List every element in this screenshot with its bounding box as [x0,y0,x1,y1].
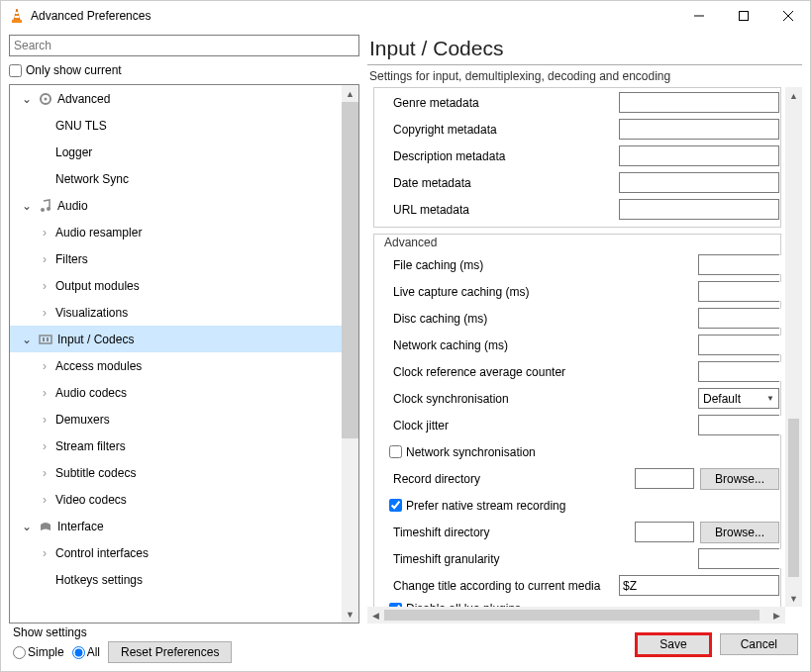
scroll-down-icon[interactable]: ▼ [785,590,802,607]
scroll-up-icon[interactable]: ▲ [342,85,358,102]
all-radio[interactable]: All [72,645,100,659]
scroll-thumb[interactable] [384,610,760,621]
timeshift-dir-input[interactable] [635,522,694,542]
scroll-thumb[interactable] [788,419,799,577]
timeshift-gran-label: Timeshift granularity [375,552,698,566]
date-input[interactable] [619,172,779,193]
tree-resampler[interactable]: ›Audio resampler [10,219,358,245]
chevron-down-icon: ⌄ [20,199,34,213]
tree-logger[interactable]: Logger [10,139,358,165]
interface-icon [38,519,53,534]
vlc-icon [9,8,25,24]
reset-button[interactable]: Reset Preferences [108,641,232,663]
tree-input-codecs[interactable]: ⌄Input / Codecs [10,326,358,352]
tree-demux[interactable]: ›Demuxers [10,406,358,432]
tree-audcodecs[interactable]: ›Audio codecs [10,379,358,406]
tree-filters[interactable]: ›Filters [10,245,358,272]
content-h-scrollbar[interactable]: ◀▶ [367,607,785,624]
svg-rect-5 [739,12,748,21]
record-dir-input[interactable] [635,468,694,489]
tree-advanced[interactable]: ⌄Advanced [10,85,358,112]
chevron-right-icon: › [38,359,51,373]
right-pane: Input / Codecs Settings for input, demul… [367,31,802,624]
only-show-current-checkbox[interactable] [9,64,22,77]
clock-ref-label: Clock reference average counter [375,365,698,379]
only-show-current-label: Only show current [26,63,122,77]
minimize-button[interactable] [676,1,721,31]
tree-interface[interactable]: ⌄Interface [10,513,358,539]
copyright-input[interactable] [619,119,779,140]
window-title: Advanced Preferences [31,9,676,23]
record-dir-label: Record directory [375,472,635,486]
chevron-right-icon: › [38,226,51,240]
chevron-down-icon: ▼ [762,394,778,403]
chevron-down-icon: ⌄ [20,333,34,346]
svg-point-10 [41,208,45,212]
prefer-native-label: Prefer native stream recording [406,499,565,513]
net-caching-spinner[interactable]: ▲▼ [698,335,779,355]
page-title: Input / Codecs [367,37,802,62]
clock-jitter-spinner[interactable]: ▲▼ [698,415,779,435]
svg-rect-13 [43,337,45,341]
svg-rect-12 [40,336,51,343]
timeshift-dir-browse-button[interactable]: Browse... [700,522,779,543]
tree-scrollbar[interactable]: ▲▼ [342,85,358,623]
url-input[interactable] [619,199,779,220]
date-label: Date metadata [375,176,619,190]
close-button[interactable] [765,1,810,31]
chevron-down-icon: ⌄ [20,92,34,106]
scroll-right-icon[interactable]: ▶ [768,607,785,624]
copyright-label: Copyright metadata [375,123,619,137]
description-input[interactable] [619,145,779,166]
svg-rect-3 [15,16,20,18]
svg-rect-14 [47,337,49,341]
advanced-group-header: Advanced [381,236,440,249]
scroll-down-icon[interactable]: ▼ [342,606,358,623]
scroll-thumb[interactable] [342,102,358,438]
tree-access[interactable]: ›Access modules [10,352,358,379]
chevron-right-icon: › [38,386,51,400]
description-label: Description metadata [375,149,619,163]
title-divider [367,64,802,65]
record-dir-browse-button[interactable]: Browse... [700,468,779,490]
genre-label: Genre metadata [375,96,619,110]
file-caching-spinner[interactable]: ▲▼ [698,254,779,275]
clock-ref-spinner[interactable]: ▲▼ [698,361,779,382]
tree-ctrlif[interactable]: ›Control interfaces [10,539,358,566]
tree-visual[interactable]: ›Visualizations [10,299,358,326]
clock-sync-combo[interactable]: Default▼ [698,388,779,409]
chevron-right-icon: › [38,493,51,507]
timeshift-gran-spinner[interactable]: ▲▼ [698,548,779,569]
save-button[interactable]: Save [635,632,711,657]
tree-streamf[interactable]: ›Stream filters [10,432,358,459]
clock-sync-label: Clock synchronisation [375,392,698,406]
tree-hotkeys[interactable]: Hotkeys settings [10,566,358,593]
disc-caching-spinner[interactable]: ▲▼ [698,308,779,329]
live-capture-spinner[interactable]: ▲▼ [698,281,779,302]
scroll-left-icon[interactable]: ◀ [367,607,384,624]
tree-subcodecs[interactable]: ›Subtitle codecs [10,459,358,486]
tree-audio[interactable]: ⌄Audio [10,192,358,219]
titlebar: Advanced Preferences [1,1,810,31]
net-sync-checkbox[interactable] [389,445,402,458]
tree-outmod[interactable]: ›Output modules [10,272,358,299]
svg-point-9 [45,97,48,100]
scroll-up-icon[interactable]: ▲ [785,87,802,104]
search-input[interactable] [9,35,359,56]
page-subtitle: Settings for input, demultiplexing, deco… [367,69,802,83]
live-capture-label: Live capture caching (ms) [375,285,698,299]
chevron-right-icon: › [38,546,51,560]
genre-input[interactable] [619,92,779,113]
content-v-scrollbar[interactable]: ▲▼ [785,87,802,607]
tree-gnutls[interactable]: GNU TLS [10,112,358,139]
input-codecs-icon [38,332,53,347]
only-show-current[interactable]: Only show current [9,60,359,80]
prefer-native-checkbox[interactable] [389,499,402,512]
svg-rect-1 [12,20,22,23]
cancel-button[interactable]: Cancel [720,633,798,655]
tree-vidcodecs[interactable]: ›Video codecs [10,486,358,513]
change-title-input[interactable] [619,575,779,596]
maximize-button[interactable] [721,1,765,31]
simple-radio[interactable]: Simple [13,645,64,659]
tree-netsync[interactable]: Network Sync [10,165,358,192]
